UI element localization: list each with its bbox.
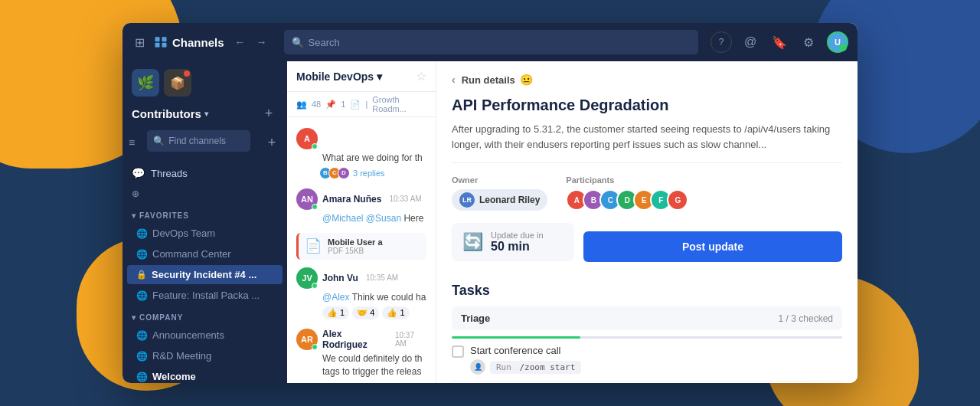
- channel-name-header: Mobile DevOps ▾: [296, 70, 382, 83]
- reaction-handshake[interactable]: 🤝 4: [352, 306, 379, 319]
- channel-lock-icon: 🔒: [136, 270, 147, 280]
- message-time: 10:35 AM: [366, 273, 398, 282]
- run-label: Run: [496, 362, 511, 372]
- online-indicator: [312, 344, 318, 350]
- command-text: /zoom start: [520, 362, 576, 372]
- message-item[interactable]: A What are we doing for th B C D 3 repli…: [287, 123, 436, 184]
- owner-participants-row: Owner LR Leonard Riley Participants A B …: [452, 175, 842, 211]
- post-update-button[interactable]: Post update: [583, 231, 842, 262]
- sidebar-item-announcements[interactable]: 🌐 Announcements: [127, 326, 283, 345]
- company-section: ▾ COMPANY: [122, 306, 287, 325]
- message-replies[interactable]: B C D 3 replies: [296, 167, 426, 179]
- sender-name: Amara Nuñes: [322, 194, 381, 205]
- message-item[interactable]: AN Amara Nuñes 10:33 AM @Michael @Susan …: [287, 184, 436, 230]
- task-checkbox-1[interactable]: [452, 345, 464, 358]
- command-tag[interactable]: Run /zoom start: [490, 361, 581, 374]
- add-channel-row[interactable]: ⊕: [122, 184, 287, 204]
- message-sender-row: AN Amara Nuñes 10:33 AM: [296, 188, 426, 210]
- channel-chevron[interactable]: ▾: [377, 70, 382, 83]
- find-channels-input[interactable]: 🔍 Find channels: [147, 130, 250, 152]
- run-details-title: Run details: [462, 74, 515, 86]
- timer-value: 50 min: [491, 240, 544, 254]
- back-button[interactable]: ‹: [452, 74, 456, 86]
- task-item-1: Start conference call 👤 Run /zoom start: [452, 339, 842, 381]
- threads-icon: 💬: [132, 167, 145, 179]
- search-channels-icon: 🔍: [153, 136, 165, 146]
- command-user-avatar: 👤: [470, 359, 485, 375]
- channel-name: Feature: Install Packa ...: [152, 290, 260, 301]
- channel-name: DevOps Team: [152, 228, 215, 239]
- threads-item[interactable]: 💬 Threads: [122, 162, 287, 184]
- triage-header[interactable]: Triage 1 / 3 checked: [452, 306, 842, 330]
- reaction-thumbsup-2[interactable]: 👍 1: [382, 306, 409, 319]
- message-item[interactable]: JV John Vu 10:35 AM @Alex Think we could…: [287, 263, 436, 325]
- triage-progress: 1 / 3 checked: [779, 313, 833, 324]
- reaction-thumbsup[interactable]: 👍 1: [322, 306, 349, 319]
- filter-icon[interactable]: ≡: [129, 136, 135, 149]
- online-indicator: [312, 283, 318, 289]
- channel-star-icon[interactable]: ☆: [416, 69, 426, 83]
- sidebar-item-rd-meeting[interactable]: 🌐 R&D Meeting: [127, 346, 283, 365]
- bookmark-icon[interactable]: 🔖: [769, 31, 790, 53]
- task-1-label: Start conference call: [470, 345, 581, 356]
- emoji-icon[interactable]: 😐: [520, 74, 533, 86]
- update-row: 🔄 Update due in 50 min Post update: [452, 223, 842, 270]
- online-indicator: [312, 143, 318, 149]
- company-arrow: ▾: [132, 313, 136, 322]
- sidebar-item-feature-install[interactable]: 🌐 Feature: Install Packa ...: [127, 286, 283, 305]
- unread-indicator: [184, 70, 190, 77]
- threads-label: Threads: [151, 168, 188, 179]
- participants-section: Participants A B C D E F G: [566, 175, 688, 211]
- message-reactions: 👍 1 🤝 4 👍 1: [296, 306, 426, 319]
- channel-name: Announcements: [152, 329, 224, 341]
- find-channels-row: ≡ 🔍 Find channels +: [122, 127, 287, 162]
- at-icon[interactable]: @: [740, 31, 761, 53]
- gear-icon[interactable]: ⚙: [798, 31, 819, 53]
- update-timer: 🔄 Update due in 50 min: [452, 223, 574, 261]
- sidebar-item-devops-team[interactable]: 🌐 DevOps Team: [127, 224, 283, 243]
- main-layout: 🌿 📦 Contributors ▾ + ≡ 🔍 Find c: [122, 61, 858, 383]
- message-avatar: A: [296, 128, 318, 149]
- workspace-switcher: 🌿 📦: [122, 61, 287, 97]
- channel-name: Security Incident #4 ...: [152, 269, 256, 280]
- user-avatar[interactable]: U: [827, 31, 848, 53]
- participant-avatar[interactable]: G: [667, 189, 688, 211]
- owner-section: Owner LR Leonard Riley: [452, 175, 547, 211]
- task-item-2: ✓ Determine severity according to guidel…: [452, 381, 842, 383]
- members-count: 48: [312, 100, 321, 109]
- mention: @Michael @Susan: [322, 213, 401, 224]
- workspace-icon-1[interactable]: 🌿: [132, 69, 159, 97]
- search-bar[interactable]: 🔍 Search: [284, 30, 698, 54]
- sender-name: Alex Rodriguez: [322, 329, 387, 350]
- top-bar: ⊞ Channels ← → 🔍 Search ? @ 🔖 ⚙ U: [122, 23, 858, 61]
- sidebar-item-command-center[interactable]: 🌐 Command Center: [127, 244, 283, 264]
- message-avatar: JV: [296, 267, 318, 289]
- reply-avatars: B C D: [322, 167, 350, 179]
- back-chevron-icon: ‹: [452, 74, 456, 86]
- channel-name-text: Mobile DevOps: [296, 70, 374, 83]
- grid-icon[interactable]: ⊞: [132, 32, 148, 53]
- message-time: 10:33 AM: [389, 195, 421, 203]
- svg-rect-2: [155, 43, 160, 47]
- help-icon[interactable]: ?: [710, 31, 732, 53]
- channel-globe-icon: 🌐: [136, 228, 148, 239]
- pin-icon: 📌: [325, 100, 336, 110]
- owner-label: Owner: [452, 175, 547, 185]
- message-attachment[interactable]: 📄 Mobile User a PDF 15KB: [296, 233, 426, 260]
- add-channel-button[interactable]: +: [263, 133, 281, 152]
- sidebar-item-welcome[interactable]: 🌐 Welcome: [127, 367, 283, 383]
- add-contributors-button[interactable]: +: [260, 104, 278, 123]
- message-avatar: AN: [296, 188, 318, 210]
- nav-arrows: ← →: [230, 33, 272, 51]
- forward-arrow[interactable]: →: [252, 33, 272, 51]
- contributors-title[interactable]: Contributors ▾: [132, 107, 208, 120]
- workspace-icon-2[interactable]: 📦: [164, 69, 191, 97]
- channel-header: Mobile DevOps ▾ ☆: [287, 61, 436, 92]
- message-item[interactable]: AR Alex Rodriguez 10:37 AM We could defi…: [287, 324, 436, 383]
- back-arrow[interactable]: ←: [230, 33, 250, 51]
- message-sender-row: AR Alex Rodriguez 10:37 AM: [296, 329, 426, 350]
- sidebar-item-security-incident[interactable]: 🔒 Security Incident #4 ...: [127, 265, 283, 284]
- owner-tag[interactable]: LR Leonard Riley: [452, 189, 547, 211]
- channel-globe-icon: 🌐: [136, 372, 148, 382]
- channel-globe-icon: 🌐: [136, 351, 148, 362]
